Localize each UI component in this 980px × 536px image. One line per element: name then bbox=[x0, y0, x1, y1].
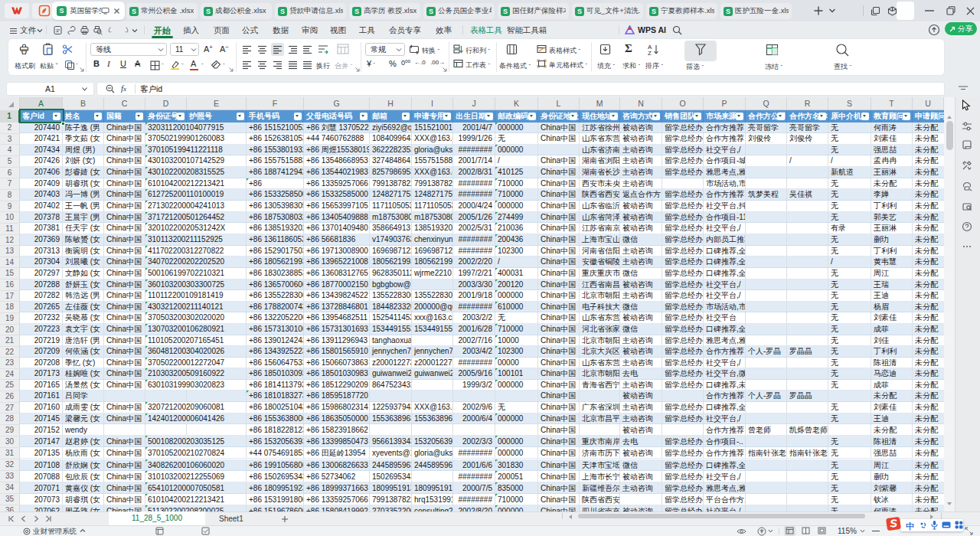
svg-text:Z: Z bbox=[648, 50, 652, 55]
